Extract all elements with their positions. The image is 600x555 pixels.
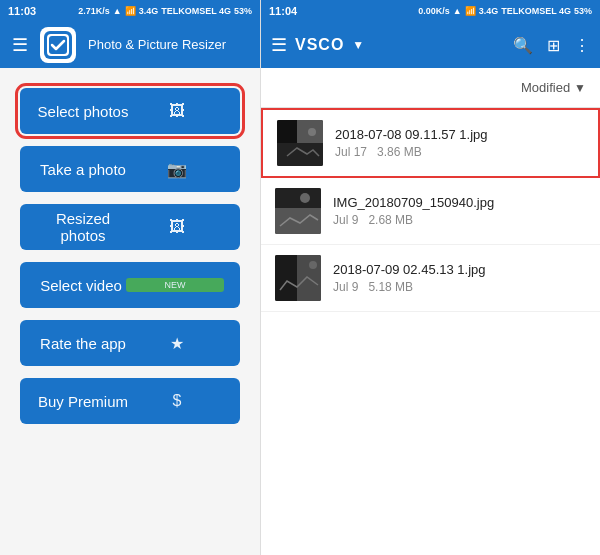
sort-bar: Modified ▼ bbox=[261, 68, 600, 108]
top-bar-right-actions: 🔍 ⊞ ⋮ bbox=[513, 36, 590, 55]
file-item-2[interactable]: IMG_20180709_150940.jpg Jul 9 2.68 MB bbox=[261, 178, 600, 245]
rate-app-label: Rate the app bbox=[36, 335, 130, 352]
take-photo-label: Take a photo bbox=[36, 161, 130, 178]
status-icons-left: 2.71K/s ▲ 📶 3.4G TELKOMSEL 4G 53% bbox=[78, 6, 252, 16]
carrier-left: TELKOMSEL 4G bbox=[161, 6, 231, 16]
more-icon[interactable]: ⋮ bbox=[574, 36, 590, 55]
take-photo-icon: 📷 bbox=[130, 160, 224, 179]
chevron-down-icon[interactable]: ▼ bbox=[352, 38, 364, 52]
file-meta-2: Jul 9 2.68 MB bbox=[333, 213, 494, 227]
sort-chevron-icon[interactable]: ▼ bbox=[574, 81, 586, 95]
rate-app-button[interactable]: Rate the app ★ bbox=[20, 320, 240, 366]
svg-rect-9 bbox=[275, 188, 321, 208]
vsco-title: VSCO bbox=[295, 36, 344, 54]
status-bar-right: 11:04 0.00K/s ▲ 📶 3.4G TELKOMSEL 4G 53% bbox=[261, 0, 600, 22]
time-left: 11:03 bbox=[8, 5, 36, 17]
file-thumb-1 bbox=[277, 120, 323, 166]
file-info-2: IMG_20180709_150940.jpg Jul 9 2.68 MB bbox=[333, 195, 494, 227]
take-photo-button[interactable]: Take a photo 📷 bbox=[20, 146, 240, 192]
network-type-right: 3.4G bbox=[479, 6, 499, 16]
svg-point-11 bbox=[300, 193, 310, 203]
sort-label: Modified bbox=[521, 80, 570, 95]
svg-rect-10 bbox=[275, 208, 321, 234]
grid-icon[interactable]: ⊞ bbox=[547, 36, 560, 55]
app-title-left: Photo & Picture Resizer bbox=[88, 37, 226, 53]
left-panel: 11:03 2.71K/s ▲ 📶 3.4G TELKOMSEL 4G 53% … bbox=[0, 0, 260, 555]
wifi-icon: 📶 bbox=[125, 6, 136, 16]
select-video-badge: NEW bbox=[126, 278, 224, 292]
left-menu: Select photos 🖼 Take a photo 📷 Resized p… bbox=[0, 68, 260, 555]
select-photos-button[interactable]: Select photos 🖼 bbox=[20, 88, 240, 134]
time-right: 11:04 bbox=[269, 5, 297, 17]
file-meta-1: Jul 17 3.86 MB bbox=[335, 145, 488, 159]
resized-photos-label: Resized photos bbox=[36, 210, 130, 244]
svg-point-15 bbox=[309, 261, 317, 269]
resized-photos-icon: 🖼 bbox=[130, 218, 224, 236]
select-photos-label: Select photos bbox=[36, 103, 130, 120]
buy-premium-label: Buy Premium bbox=[36, 393, 130, 410]
top-bar-right: ☰ VSCO ▼ 🔍 ⊞ ⋮ bbox=[261, 22, 600, 68]
file-thumb-2 bbox=[275, 188, 321, 234]
signal-icon: ▲ bbox=[113, 6, 122, 16]
file-info-1: 2018-07-08 09.11.57 1.jpg Jul 17 3.86 MB bbox=[335, 127, 488, 159]
select-video-button[interactable]: Select video NEW bbox=[20, 262, 240, 308]
select-photos-icon: 🖼 bbox=[130, 102, 224, 120]
svg-rect-13 bbox=[275, 255, 297, 301]
right-panel: 11:04 0.00K/s ▲ 📶 3.4G TELKOMSEL 4G 53% … bbox=[260, 0, 600, 555]
buy-premium-button[interactable]: Buy Premium $ bbox=[20, 378, 240, 424]
select-video-label: Select video bbox=[36, 277, 126, 294]
file-info-3: 2018-07-09 02.45.13 1.jpg Jul 9 5.18 MB bbox=[333, 262, 486, 294]
network-type-left: 3.4G bbox=[139, 6, 159, 16]
buy-premium-icon: $ bbox=[130, 392, 224, 410]
network-speed-left: 2.71K/s bbox=[78, 6, 110, 16]
rate-app-icon: ★ bbox=[130, 334, 224, 353]
file-item-3[interactable]: 2018-07-09 02.45.13 1.jpg Jul 9 5.18 MB bbox=[261, 245, 600, 312]
top-bar-left: ☰ Photo & Picture Resizer bbox=[0, 22, 260, 68]
carrier-right: TELKOMSEL 4G bbox=[501, 6, 571, 16]
status-icons-right: 0.00K/s ▲ 📶 3.4G TELKOMSEL 4G 53% bbox=[418, 6, 592, 16]
hamburger-icon[interactable]: ☰ bbox=[12, 34, 28, 56]
hamburger-icon-right[interactable]: ☰ bbox=[271, 34, 287, 56]
svg-rect-6 bbox=[277, 143, 323, 166]
file-name-1: 2018-07-08 09.11.57 1.jpg bbox=[335, 127, 488, 142]
top-bar-brand: ☰ VSCO ▼ bbox=[271, 34, 364, 56]
status-bar-left: 11:03 2.71K/s ▲ 📶 3.4G TELKOMSEL 4G 53% bbox=[0, 0, 260, 22]
search-icon[interactable]: 🔍 bbox=[513, 36, 533, 55]
svg-point-7 bbox=[308, 128, 316, 136]
file-item-1[interactable]: 2018-07-08 09.11.57 1.jpg Jul 17 3.86 MB bbox=[261, 108, 600, 178]
file-list: 2018-07-08 09.11.57 1.jpg Jul 17 3.86 MB… bbox=[261, 108, 600, 555]
signal-icon-right: ▲ bbox=[453, 6, 462, 16]
svg-rect-4 bbox=[277, 120, 297, 143]
battery-left: 53% bbox=[234, 6, 252, 16]
wifi-icon-right: 📶 bbox=[465, 6, 476, 16]
network-speed-right: 0.00K/s bbox=[418, 6, 450, 16]
file-name-2: IMG_20180709_150940.jpg bbox=[333, 195, 494, 210]
file-meta-3: Jul 9 5.18 MB bbox=[333, 280, 486, 294]
battery-right: 53% bbox=[574, 6, 592, 16]
app-logo bbox=[40, 27, 76, 63]
file-name-3: 2018-07-09 02.45.13 1.jpg bbox=[333, 262, 486, 277]
file-thumb-3 bbox=[275, 255, 321, 301]
resized-photos-button[interactable]: Resized photos 🖼 bbox=[20, 204, 240, 250]
